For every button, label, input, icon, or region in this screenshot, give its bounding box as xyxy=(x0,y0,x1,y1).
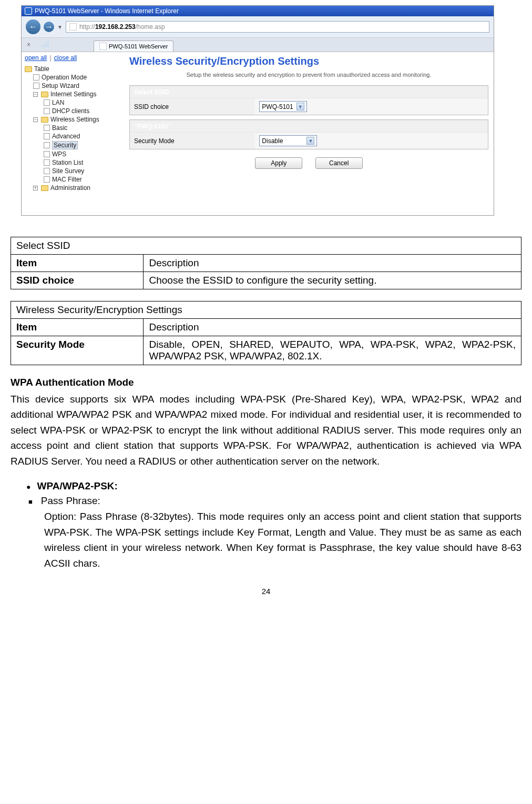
tree-item-internet[interactable]: − Internet Settings xyxy=(25,90,121,98)
page-icon xyxy=(44,168,50,174)
doc-th-desc: Description xyxy=(144,319,521,336)
tab-active[interactable]: PWQ-5101 WebServer xyxy=(94,41,173,52)
ie-icon xyxy=(25,7,32,15)
ssid-value: PWQ-5101 xyxy=(262,103,293,110)
body-paragraph: This device supports six WPA modes inclu… xyxy=(11,391,521,469)
sidebar: open all | close all Table Operation Mod… xyxy=(22,52,124,215)
collapse-icon[interactable]: − xyxy=(33,117,38,122)
list-item: Pass Phrase: xyxy=(28,495,521,507)
doc-td-item: Security Mode xyxy=(11,336,144,365)
folder-icon xyxy=(41,185,48,191)
doc-table-title: Select SSID xyxy=(11,237,521,255)
chevron-down-icon: ▼ xyxy=(296,103,304,110)
chevron-down-icon: ▼ xyxy=(306,137,314,145)
ssid-table: Select SSID SSID choice PWQ-5101 ▼ xyxy=(129,85,488,115)
doc-td-desc: Disable, OPEN, SHARED, WEPAUTO, WPA, WPA… xyxy=(144,336,521,365)
apply-button[interactable]: Apply xyxy=(255,157,302,169)
expand-icon[interactable]: + xyxy=(33,186,38,190)
page-icon xyxy=(69,23,77,31)
doc-td-desc: Choose the ESSID to configure the securi… xyxy=(144,272,521,289)
nav-tree: Table Operation Mode Setup Wizard − Inte… xyxy=(25,65,121,192)
sec-mode-select[interactable]: Disable ▼ xyxy=(259,135,317,146)
tree-item-wps[interactable]: WPS xyxy=(25,150,121,158)
tree-item-wireless[interactable]: − Wireless Settings xyxy=(25,115,121,124)
forward-button[interactable]: → xyxy=(44,22,54,32)
divider: | xyxy=(49,54,51,62)
tab-favicon xyxy=(99,43,107,50)
list-item: WPA/WPA2-PSK: xyxy=(26,480,521,492)
page-number: 24 xyxy=(11,587,521,596)
page-icon xyxy=(33,83,39,89)
page-icon xyxy=(33,74,39,81)
page-icon xyxy=(44,142,50,148)
tree-item-security[interactable]: Security xyxy=(25,140,121,150)
open-all-link[interactable]: open all xyxy=(25,54,47,62)
sub-paragraph: Option: Pass Phrase (8-32bytes). This mo… xyxy=(44,509,521,571)
tree-item-admin[interactable]: + Administration xyxy=(25,184,121,192)
back-button[interactable]: ← xyxy=(26,19,40,34)
collapse-icon[interactable]: − xyxy=(33,92,38,97)
window-title: PWQ-5101 WebServer - Windows Internet Ex… xyxy=(35,7,179,15)
tree-item-survey[interactable]: Site Survey xyxy=(25,167,121,175)
sec-mode-value: Disable xyxy=(262,137,303,145)
url-bar[interactable]: http://192.168.2.253/home.asp xyxy=(66,21,489,33)
section-heading: WPA Authentication Mode xyxy=(11,377,521,388)
doc-table-ssid: Select SSID Item Description SSID choice… xyxy=(11,237,521,289)
tree-root[interactable]: Table xyxy=(25,65,121,73)
title-bar: PWQ-5101 WebServer - Windows Internet Ex… xyxy=(22,6,494,16)
security-table: "PWQ-5101" Security Mode Disable ▼ xyxy=(129,119,488,149)
page-icon xyxy=(44,159,50,166)
nav-bar: ← → ▼ http://192.168.2.253/home.asp xyxy=(22,16,494,38)
doc-table-security: Wireless Security/Encryption Settings It… xyxy=(11,301,521,365)
page-subtitle: Setup the wireless security and encrypti… xyxy=(129,72,488,78)
doc-th-desc: Description xyxy=(144,255,521,272)
tree-item-mac[interactable]: MAC Filter xyxy=(25,175,121,184)
bullet-list-square: Pass Phrase: xyxy=(11,495,521,507)
page-icon xyxy=(44,125,50,131)
doc-th-item: Item xyxy=(11,255,144,272)
ssid-select[interactable]: PWQ-5101 ▼ xyxy=(259,101,306,112)
sec-mode-label: Security Mode xyxy=(130,132,255,149)
tab-label: PWQ-5101 WebServer xyxy=(109,43,168,49)
page-icon xyxy=(44,108,50,114)
browser-window: PWQ-5101 WebServer - Windows Internet Ex… xyxy=(21,5,494,216)
page-icon xyxy=(44,151,50,157)
main-panel: Wireless Security/Encryption Settings Se… xyxy=(124,52,494,215)
tree-item-station[interactable]: Station List xyxy=(25,158,121,167)
tree-item-basic[interactable]: Basic xyxy=(25,124,121,132)
url-text: http://192.168.2.253/home.asp xyxy=(79,23,165,31)
close-all-link[interactable]: close all xyxy=(54,54,77,62)
doc-td-item: SSID choice xyxy=(11,272,144,289)
bullet-list-dot: WPA/WPA2-PSK: xyxy=(11,480,521,492)
doc-table-title: Wireless Security/Encryption Settings xyxy=(11,302,521,319)
page-icon xyxy=(44,133,50,139)
tree-item-opmode[interactable]: Operation Mode xyxy=(25,73,121,82)
tab-strip: × PWQ-5101 WebServer xyxy=(22,38,494,52)
ssid-choice-label: SSID choice xyxy=(130,98,255,115)
page-icon xyxy=(44,99,50,106)
tree-item-dhcp[interactable]: DHCP clients xyxy=(25,107,121,115)
tree-item-setup[interactable]: Setup Wizard xyxy=(25,82,121,90)
tree-item-lan[interactable]: LAN xyxy=(25,98,121,107)
ssid-section-header: "PWQ-5101" xyxy=(130,120,488,132)
doc-th-item: Item xyxy=(11,319,144,336)
page-icon xyxy=(44,176,50,183)
cancel-button[interactable]: Cancel xyxy=(315,157,363,169)
folder-icon xyxy=(41,117,48,123)
dropdown-icon[interactable]: ▼ xyxy=(57,24,63,30)
tree-item-advanced[interactable]: Advanced xyxy=(25,132,121,140)
folder-icon xyxy=(25,66,32,72)
page-title: Wireless Security/Encryption Settings xyxy=(129,55,488,67)
signal-icon xyxy=(41,40,49,49)
ssid-header: Select SSID xyxy=(130,86,488,98)
close-icon[interactable]: × xyxy=(25,41,33,48)
folder-icon xyxy=(41,92,48,97)
